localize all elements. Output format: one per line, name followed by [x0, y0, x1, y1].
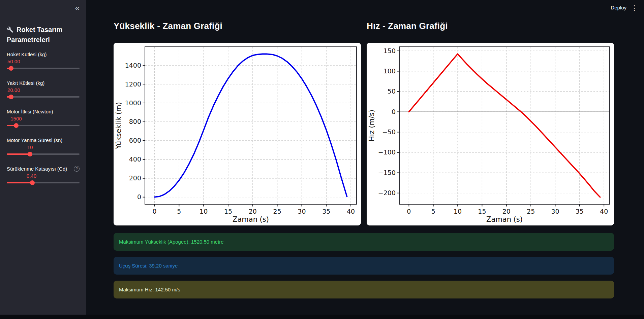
- svg-text:Yükseklik (m): Yükseklik (m): [115, 102, 123, 149]
- slider-label: Roket Kütlesi (kg): [7, 51, 47, 57]
- slider-value: 20.00: [7, 87, 20, 93]
- svg-text:400: 400: [129, 155, 141, 163]
- slider-value: 50.00: [7, 59, 20, 64]
- svg-text:200: 200: [129, 174, 141, 182]
- svg-text:5: 5: [431, 208, 435, 215]
- svg-text:100: 100: [384, 67, 396, 75]
- slider-value: 1500: [10, 116, 22, 121]
- svg-text:10: 10: [454, 208, 462, 215]
- svg-text:25: 25: [273, 208, 281, 215]
- help-icon[interactable]: ?: [74, 166, 80, 172]
- slider-label: Yakıt Kütlesi (kg): [7, 80, 44, 86]
- velocity-time-chart: 0510152025303540−200−150−100−50050100150…: [367, 43, 614, 225]
- flight-time-alert: Uçuş Süresi: 39.20 saniye: [114, 257, 614, 275]
- svg-text:1000: 1000: [125, 99, 141, 107]
- svg-text:−100: −100: [378, 148, 396, 156]
- slider-label: Motor İtkisi (Newton): [7, 109, 53, 114]
- svg-text:20: 20: [502, 208, 511, 215]
- slider-engine-thrust: Motor İtkisi (Newton) 1500: [7, 108, 80, 129]
- slider-fill: [7, 182, 32, 183]
- svg-text:0: 0: [137, 193, 141, 201]
- slider-track[interactable]: [7, 96, 80, 98]
- svg-text:35: 35: [322, 208, 330, 215]
- slider-burn-time: Motor Yanma Süresi (sn) 10: [7, 137, 80, 158]
- slider-label: Motor Yanma Süresi (sn): [7, 137, 62, 143]
- velocity-chart-title: Hız - Zaman Grafiği: [367, 21, 614, 34]
- slider-fill: [7, 153, 30, 155]
- slider-thumb[interactable]: [9, 95, 13, 99]
- sidebar-title-text: Roket Tasarım Parametreleri: [7, 26, 62, 43]
- svg-text:30: 30: [298, 208, 306, 215]
- main-content: Yükseklik - Zaman Grafiği Hız - Zaman Gr…: [86, 0, 644, 319]
- slider-thumb[interactable]: [28, 152, 32, 156]
- svg-text:40: 40: [600, 208, 608, 215]
- slider-fuel-mass: Yakıt Kütlesi (kg) 20.00: [7, 80, 80, 101]
- svg-text:10: 10: [200, 208, 208, 215]
- sidebar-title: Roket Tasarım Parametreleri: [7, 25, 80, 44]
- slider-value: 10: [27, 144, 33, 150]
- slider-thumb[interactable]: [14, 123, 19, 128]
- slider-rocket-mass: Roket Kütlesi (kg) 50.00: [7, 51, 80, 72]
- kebab-menu-icon[interactable]: ⋮: [631, 4, 638, 12]
- svg-text:−50: −50: [382, 128, 396, 136]
- svg-text:Zaman (s): Zaman (s): [486, 215, 523, 223]
- slider-thumb[interactable]: [9, 66, 13, 71]
- svg-text:1200: 1200: [125, 80, 141, 88]
- apogee-result-text: Maksimum Yükseklik (Apogee): 1520.50 met…: [119, 239, 224, 245]
- altitude-chart-card: 0510152025303540020040060080010001200140…: [114, 43, 361, 225]
- svg-text:40: 40: [347, 208, 355, 215]
- altitude-chart-title: Yükseklik - Zaman Grafiği: [114, 21, 361, 34]
- bottom-edge-strip: [0, 315, 644, 319]
- svg-text:0: 0: [392, 108, 396, 115]
- parameter-sliders: Roket Kütlesi (kg) 50.00 Yakıt Kütlesi (…: [7, 51, 80, 186]
- slider-drag-coefficient: Sürüklenme Katsayısı (Cd) ? 0.40: [7, 166, 80, 186]
- slider-label: Sürüklenme Katsayısı (Cd): [7, 166, 67, 172]
- svg-text:0: 0: [152, 208, 156, 215]
- slider-value: 0.40: [27, 173, 36, 179]
- svg-text:1400: 1400: [125, 62, 141, 69]
- svg-text:0: 0: [407, 208, 411, 215]
- svg-text:−200: −200: [378, 189, 396, 197]
- svg-text:800: 800: [129, 118, 141, 125]
- sidebar: « Roket Tasarım Parametreleri Roket Kütl…: [0, 0, 86, 319]
- svg-text:−150: −150: [378, 169, 396, 176]
- max-velocity-text: Maksimum Hız: 142.50 m/s: [119, 287, 180, 292]
- apogee-result-alert: Maksimum Yükseklik (Apogee): 1520.50 met…: [114, 233, 614, 251]
- svg-text:20: 20: [249, 208, 257, 215]
- svg-text:50: 50: [388, 87, 396, 95]
- slider-thumb[interactable]: [30, 180, 35, 185]
- svg-text:5: 5: [177, 208, 181, 215]
- slider-track[interactable]: [7, 182, 80, 183]
- velocity-chart-card: 0510152025303540−200−150−100−50050100150…: [367, 43, 614, 225]
- svg-text:35: 35: [576, 208, 584, 215]
- app-header: Deploy ⋮: [0, 0, 644, 17]
- svg-text:30: 30: [551, 208, 559, 215]
- svg-text:15: 15: [224, 208, 232, 215]
- svg-text:600: 600: [129, 137, 141, 144]
- svg-text:150: 150: [384, 47, 396, 55]
- svg-text:Zaman (s): Zaman (s): [233, 215, 269, 223]
- deploy-button[interactable]: Deploy: [611, 5, 626, 10]
- results-section: Maksimum Yükseklik (Apogee): 1520.50 met…: [114, 233, 614, 298]
- slider-track[interactable]: [7, 68, 80, 69]
- svg-text:15: 15: [478, 208, 486, 215]
- svg-text:Hız (m/s): Hız (m/s): [368, 110, 376, 141]
- svg-text:25: 25: [527, 208, 535, 215]
- slider-track[interactable]: [7, 125, 80, 126]
- slider-track[interactable]: [7, 153, 80, 155]
- altitude-time-chart: 0510152025303540020040060080010001200140…: [114, 43, 361, 225]
- max-velocity-alert: Maksimum Hız: 142.50 m/s: [114, 281, 614, 298]
- flight-time-text: Uçuş Süresi: 39.20 saniye: [119, 263, 178, 269]
- wrench-icon: [7, 26, 13, 35]
